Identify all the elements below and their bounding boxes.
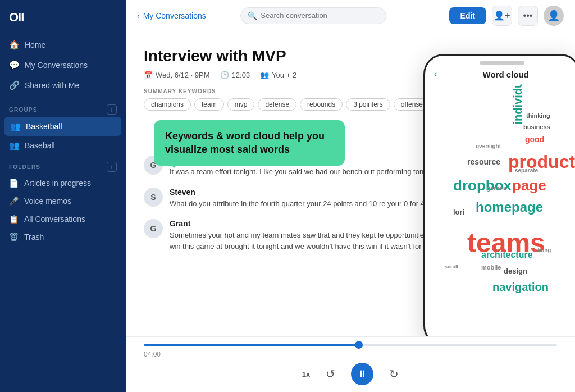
speed-label[interactable]: 1x xyxy=(302,370,310,379)
word-cloud-word: design xyxy=(504,267,527,275)
word-cloud-word: individual xyxy=(512,84,524,125)
word-cloud-word: generic xyxy=(487,185,507,192)
word-cloud-word: business xyxy=(523,124,550,130)
word-cloud-word: page xyxy=(512,177,546,194)
keyword-tag[interactable]: defense xyxy=(258,98,296,111)
keyword-tag[interactable]: rebounds xyxy=(300,98,343,111)
conversations-icon: 💬 xyxy=(9,60,19,70)
word-cloud-word: separate xyxy=(515,167,538,174)
groups-section-header: GROUPS + xyxy=(0,98,126,117)
topbar: ‹ My Conversations 🔍 Edit 👤+ ••• 👤 xyxy=(126,0,575,31)
add-group-button[interactable]: + xyxy=(107,104,117,115)
pause-button[interactable]: ⏸ xyxy=(351,363,373,385)
duration-meta: 🕐 12:03 xyxy=(220,71,250,79)
trash-icon: 🗑️ xyxy=(9,233,19,241)
phone-title: Word cloud xyxy=(441,70,570,79)
message-avatar: G xyxy=(144,219,163,238)
tooltip-text: Keywords & word cloud help you visualize… xyxy=(165,129,334,157)
basketball-icon: 👥 xyxy=(10,121,20,131)
date-label: Wed, 6/12 · 9PM xyxy=(156,71,210,79)
logo-area: OII xyxy=(0,0,126,33)
audio-player: 04:00 1x ↺ ⏸ ↻ xyxy=(126,336,575,392)
participants-meta: 👥 You + 2 xyxy=(260,71,296,79)
folders-section-header: FOLDERS + xyxy=(0,155,126,174)
back-label: My Conversations xyxy=(143,11,206,20)
progress-thumb xyxy=(355,341,363,349)
group-basketball-label: Basketball xyxy=(26,122,62,131)
more-options-button[interactable]: ••• xyxy=(518,6,538,26)
user-avatar[interactable]: 👤 xyxy=(544,6,564,26)
word-cloud-word: navigation xyxy=(492,281,549,294)
main-nav: 🏠 Home 💬 My Conversations 🔗 Shared with … xyxy=(0,33,126,98)
add-person-icon: 👤+ xyxy=(494,10,510,21)
word-cloud-word: thinking xyxy=(526,112,550,119)
back-chevron-icon: ‹ xyxy=(137,11,140,20)
baseball-icon: 👥 xyxy=(9,140,19,151)
word-cloud-word: architecture xyxy=(481,250,533,260)
keyword-tag[interactable]: mvp xyxy=(227,98,255,111)
back-button[interactable]: ‹ My Conversations xyxy=(137,11,206,20)
word-cloud-word: mobile xyxy=(481,264,501,271)
keyword-tag[interactable]: 3 pointers xyxy=(346,98,390,111)
clock-icon: 🕐 xyxy=(220,71,229,79)
avatar-image: 👤 xyxy=(547,10,560,22)
folder-articles[interactable]: 📄 Articles in progress xyxy=(0,174,126,192)
word-cloud-word: oversight xyxy=(476,143,501,149)
current-time: 04:00 xyxy=(144,350,161,358)
word-cloud-area: individualthinkingbusinessgoodoversightr… xyxy=(425,84,575,320)
word-cloud-word: homepage xyxy=(476,199,543,215)
nav-my-conversations[interactable]: 💬 My Conversations xyxy=(0,55,126,75)
progress-bar[interactable] xyxy=(144,344,557,346)
nav-my-conversations-label: My Conversations xyxy=(25,61,88,70)
word-cloud-word: lori xyxy=(453,208,464,216)
search-icon: 🔍 xyxy=(248,11,257,20)
shared-icon: 🔗 xyxy=(9,80,19,90)
folder-voice-memos[interactable]: 🎤 Voice memos xyxy=(0,192,126,210)
content-area: Interview with MVP 📅 Wed, 6/12 · 9PM 🕐 1… xyxy=(126,31,575,336)
keyword-tag[interactable]: champions xyxy=(144,98,191,111)
word-cloud-word: resource xyxy=(467,157,500,166)
keyword-tag[interactable]: team xyxy=(194,98,224,111)
folder-trash[interactable]: 🗑️ Trash xyxy=(0,228,126,246)
app-logo: OII xyxy=(9,10,24,25)
nav-shared-label: Shared with Me xyxy=(25,81,79,90)
search-input[interactable] xyxy=(261,11,379,20)
progress-fill xyxy=(144,344,359,346)
word-cloud-word: scroll xyxy=(445,264,458,270)
tooltip-box: Keywords & word cloud help you visualize… xyxy=(154,120,345,166)
articles-icon: 📄 xyxy=(9,179,19,188)
phone-back-button[interactable]: ‹ xyxy=(434,69,437,79)
main-panel: ‹ My Conversations 🔍 Edit 👤+ ••• 👤 Inter… xyxy=(126,0,575,392)
nav-home-label: Home xyxy=(25,40,45,49)
player-controls: 1x ↺ ⏸ ↻ xyxy=(144,363,557,385)
topbar-actions: Edit 👤+ ••• 👤 xyxy=(449,6,564,26)
edit-button[interactable]: Edit xyxy=(449,7,486,24)
sidebar-item-basketball[interactable]: 👥 Basketball xyxy=(4,117,121,136)
add-participant-button[interactable]: 👤+ xyxy=(492,6,512,26)
all-conversations-icon: 📋 xyxy=(9,215,19,224)
word-cloud-word: good xyxy=(525,135,544,144)
home-icon: 🏠 xyxy=(9,40,19,50)
folder-voice-memos-label: Voice memos xyxy=(24,197,71,206)
folder-all-conversations[interactable]: 📋 All Conversations xyxy=(0,210,126,228)
message-avatar: S xyxy=(144,188,163,207)
ellipsis-icon: ••• xyxy=(523,11,533,21)
nav-home[interactable]: 🏠 Home xyxy=(0,35,126,55)
nav-shared-with-me[interactable]: 🔗 Shared with Me xyxy=(0,75,126,95)
folder-trash-label: Trash xyxy=(24,233,44,241)
group-baseball-label: Baseball xyxy=(25,141,55,150)
word-cloud-word: chang xyxy=(535,247,551,253)
people-icon: 👥 xyxy=(260,71,269,79)
add-folder-button[interactable]: + xyxy=(107,162,117,172)
rewind-button[interactable]: ↺ xyxy=(326,367,335,381)
forward-button[interactable]: ↻ xyxy=(389,367,399,381)
sidebar-item-baseball[interactable]: 👥 Baseball xyxy=(0,136,126,155)
folder-all-conversations-label: All Conversations xyxy=(24,215,85,224)
phone-header: ‹ Word cloud xyxy=(425,65,575,84)
calendar-icon: 📅 xyxy=(144,71,153,79)
phone-mockup: ‹ Word cloud individualthinkingbusinessg… xyxy=(423,54,575,336)
duration-label: 12:03 xyxy=(232,71,250,79)
voice-memos-icon: 🎤 xyxy=(9,197,19,206)
folder-articles-label: Articles in progress xyxy=(24,179,91,188)
search-bar[interactable]: 🔍 xyxy=(240,7,386,24)
